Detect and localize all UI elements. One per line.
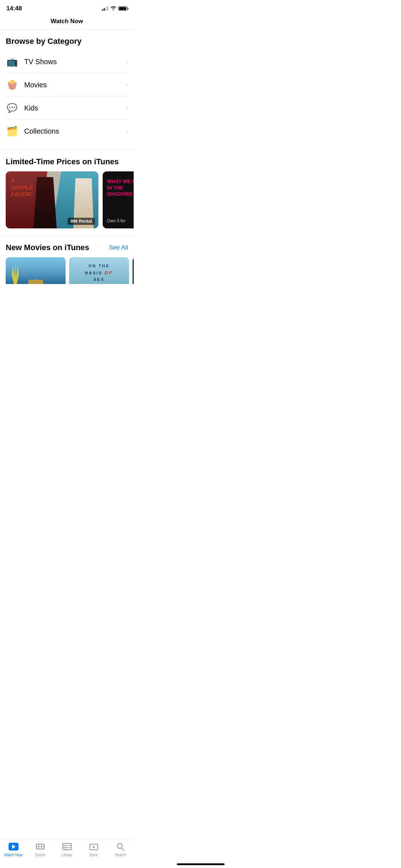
chevron-right-icon: › <box>126 105 128 111</box>
main-content: Browse by Category 📺 TV Shows › 🍿 Movies… <box>0 30 134 284</box>
promo-card-a-simple-favor[interactable]: ASIMPLEFAVOR 99¢ Rental <box>6 171 98 228</box>
chevron-right-icon: › <box>126 82 128 88</box>
status-bar: 14:48 <box>0 0 134 14</box>
chevron-right-icon: › <box>126 128 128 134</box>
movies-icon: 🍿 <box>6 78 19 91</box>
category-item-tv-shows[interactable]: 📺 TV Shows › <box>6 50 128 73</box>
category-label-movies: Movies <box>24 81 47 89</box>
browse-category-section: Browse by Category 📺 TV Shows › 🍿 Movies… <box>0 30 134 143</box>
category-list: 📺 TV Shows › 🍿 Movies › 💬 Kids › 🗂️ Coll… <box>6 50 128 143</box>
signal-icon <box>102 6 108 11</box>
category-label-tv-shows: TV Shows <box>24 58 57 66</box>
chevron-right-icon: › <box>126 58 128 65</box>
promo-card-wwdits[interactable]: WHAT WE DO IN THE SHADOWS Own It for <box>103 171 134 228</box>
new-movies-title: New Movies on iTunes <box>6 243 89 252</box>
status-icons <box>102 6 127 11</box>
tv-shows-icon: 📺 <box>6 55 19 68</box>
basis-title-line3: SEX <box>69 277 129 283</box>
limited-prices-section: Limited-Time Prices on iTunes ASIMPLE <box>0 150 134 234</box>
category-item-kids[interactable]: 💬 Kids › <box>6 97 128 120</box>
asf-title: ASIMPLEFAVOR <box>11 177 33 198</box>
basis-title-line2: BASIS of <box>69 269 129 277</box>
category-label-kids: Kids <box>24 104 38 112</box>
page-title: Watch Now <box>0 14 134 30</box>
movie-card-basis-of-sex[interactable]: ON THE BASIS of SEX <box>69 257 129 284</box>
movie-card-third[interactable] <box>133 257 134 284</box>
movies-scroll[interactable]: ON THE BASIS of SEX <box>0 257 134 284</box>
wifi-icon <box>110 6 116 11</box>
browse-category-title: Browse by Category <box>6 37 128 46</box>
kids-icon: 💬 <box>6 102 19 114</box>
promo-scroll[interactable]: ASIMPLEFAVOR 99¢ Rental WHAT WE DO IN TH… <box>0 171 134 234</box>
status-time: 14:48 <box>6 5 22 12</box>
basis-title-line1: ON THE <box>69 263 129 269</box>
limited-prices-title: Limited-Time Prices on iTunes <box>0 157 134 166</box>
see-all-button[interactable]: See All <box>109 244 128 251</box>
wwdits-badge: Own It for <box>107 218 125 223</box>
new-movies-section: New Movies on iTunes See All ON THE BASI… <box>0 236 134 284</box>
collections-icon: 🗂️ <box>6 125 19 138</box>
asf-price-badge: 99¢ Rental <box>68 218 95 225</box>
battery-icon <box>118 6 127 11</box>
wwdits-title: WHAT WE DO IN THE SHADOWS <box>107 179 134 197</box>
movie-card-aquaman[interactable] <box>6 257 66 284</box>
category-item-movies[interactable]: 🍿 Movies › <box>6 73 128 97</box>
category-label-collections: Collections <box>24 127 59 135</box>
category-item-collections[interactable]: 🗂️ Collections › <box>6 120 128 143</box>
